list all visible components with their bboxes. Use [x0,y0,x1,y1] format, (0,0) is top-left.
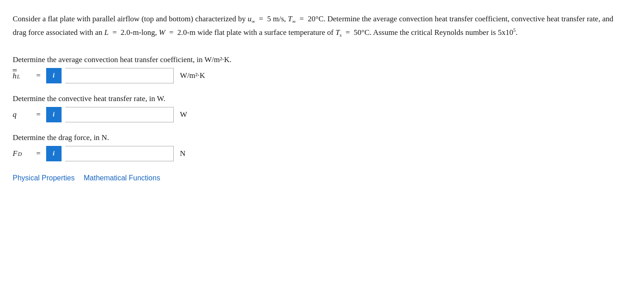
unit-label-q1: W/m²·K [180,71,205,80]
equals-3: = [36,149,41,158]
var-label-q: q [13,110,31,119]
var-label-FD: FD [13,149,31,158]
question-3-label: Determine the drag force, in N. [13,133,630,142]
problem-statement: Consider a flat plate with parallel airf… [13,13,624,39]
question-1-block: Determine the average convection heat tr… [13,55,630,83]
question-1-label: Determine the average convection heat tr… [13,55,630,64]
equals-1: = [36,71,41,80]
var-label-hL: h L [13,71,31,81]
physical-properties-link[interactable]: Physical Properties [13,174,75,182]
question-2-label: Determine the convective heat transfer r… [13,94,630,103]
answer-input-q3[interactable] [65,146,174,161]
answer-input-q2[interactable] [65,107,174,122]
links-row: Physical Properties Mathematical Functio… [13,174,630,182]
question-3-block: Determine the drag force, in N. FD = i N [13,133,630,161]
unit-label-q3: N [180,149,186,158]
equals-2: = [36,110,41,119]
unit-label-q2: W [180,110,187,119]
info-button-q2[interactable]: i [46,107,62,122]
info-button-q1[interactable]: i [46,68,62,83]
question-2-block: Determine the convective heat transfer r… [13,94,630,122]
info-icon-q2: i [53,111,55,118]
answer-input-q1[interactable] [65,68,174,83]
info-icon-q3: i [53,150,55,157]
mathematical-functions-link[interactable]: Mathematical Functions [84,174,160,182]
info-button-q3[interactable]: i [46,146,62,161]
info-icon-q1: i [53,72,55,79]
